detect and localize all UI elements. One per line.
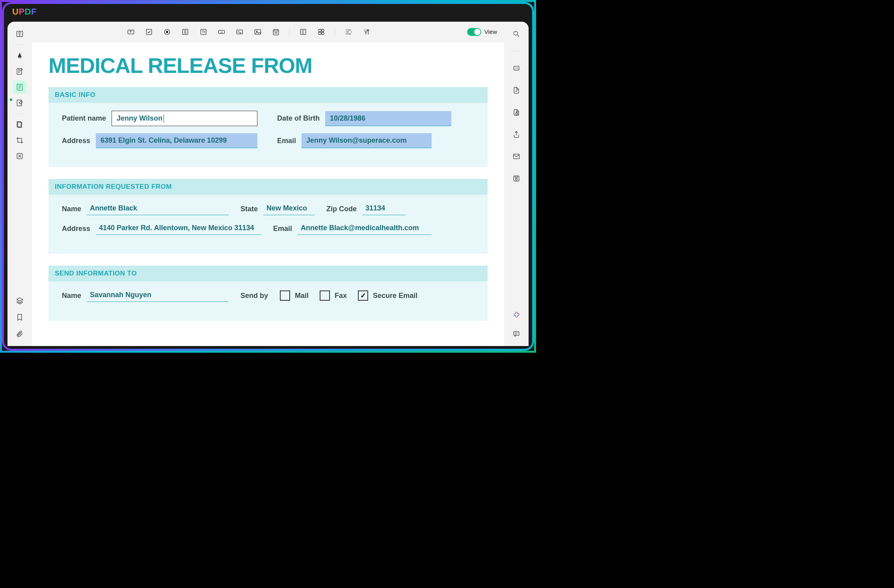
section-basic-info: BASIC INFO Patient name Jenny Wilson Dat… — [48, 87, 488, 167]
titlebar: UPDF — [2, 2, 534, 22]
toggle-switch[interactable] — [467, 28, 481, 36]
main-area: OK View MEDICAL RELEASE FROM — [32, 22, 504, 346]
left-rail — [7, 22, 32, 346]
annotate-button[interactable] — [13, 49, 26, 62]
section-header: BASIC INFO — [48, 87, 488, 103]
inner-frame: OK View MEDICAL RELEASE FROM — [7, 22, 529, 346]
svg-point-34 — [516, 178, 518, 180]
section-send-to: SEND INFORMATION TO Name Savannah Nguyen… — [48, 266, 488, 321]
layers-button[interactable] — [13, 294, 26, 307]
image-field-tool[interactable] — [253, 27, 263, 37]
app-logo: UPDF — [12, 7, 37, 17]
form-properties-tool[interactable] — [298, 27, 308, 37]
save-button[interactable] — [510, 172, 523, 185]
req-name-label: Name — [62, 205, 81, 213]
svg-rect-31 — [516, 113, 518, 115]
comment-button[interactable] — [510, 327, 523, 341]
reader-mode-button[interactable] — [13, 27, 26, 41]
svg-rect-23 — [318, 29, 321, 32]
signature-tool[interactable] — [235, 27, 244, 37]
svg-rect-18 — [273, 30, 278, 35]
req-email-label: Email — [273, 225, 292, 233]
svg-point-28 — [514, 31, 518, 35]
document-title: MEDICAL RELEASE FROM — [48, 53, 488, 78]
align-tool[interactable] — [344, 27, 353, 37]
req-email-field[interactable]: Annette Black@medicalhealth.com — [298, 222, 432, 235]
svg-rect-8 — [146, 29, 151, 34]
redact-button[interactable] — [13, 149, 26, 163]
form-mode-button[interactable] — [13, 80, 26, 94]
crop-button[interactable] — [13, 134, 26, 147]
svg-rect-25 — [318, 32, 321, 34]
bookmark-button[interactable] — [13, 311, 26, 324]
svg-text:OCR: OCR — [514, 67, 518, 69]
edit-pdf-button[interactable] — [13, 65, 26, 78]
form-grid-tool[interactable] — [317, 27, 326, 37]
address-label: Address — [62, 137, 90, 145]
svg-point-21 — [277, 32, 277, 33]
separator — [512, 51, 520, 51]
patient-name-input[interactable]: Jenny Wilson — [112, 111, 257, 126]
req-state-field[interactable]: New Mexico — [263, 203, 315, 215]
send-name-field[interactable]: Savannah Nguyen — [87, 289, 229, 302]
email-button[interactable] — [510, 150, 523, 163]
date-tool[interactable] — [271, 27, 281, 37]
svg-rect-35 — [514, 331, 519, 335]
right-rail: OCR — [504, 22, 529, 346]
req-address-label: Address — [62, 225, 90, 233]
dropdown-tool[interactable] — [199, 27, 208, 37]
mail-checkbox[interactable] — [280, 290, 290, 301]
convert-button[interactable] — [510, 84, 523, 97]
tools-button[interactable] — [362, 27, 371, 37]
view-label: View — [484, 28, 497, 35]
svg-rect-7 — [128, 30, 134, 34]
mail-label: Mail — [295, 292, 309, 300]
svg-point-19 — [275, 32, 275, 33]
form-toolbar: OK View — [32, 22, 504, 42]
organize-pages-button[interactable] — [13, 118, 26, 131]
svg-point-10 — [166, 31, 168, 33]
req-name-field[interactable]: Annette Black — [87, 203, 229, 215]
checkbox-tool[interactable] — [144, 27, 154, 37]
fax-checkbox[interactable] — [320, 290, 330, 301]
share-button[interactable] — [510, 128, 523, 141]
patient-name-label: Patient name — [62, 114, 106, 123]
attachment-button[interactable] — [13, 327, 26, 341]
separator — [289, 28, 290, 36]
section-requested-from: INFORMATION REQUESTED FROM Name Annette … — [48, 179, 488, 254]
address-field[interactable]: 6391 Elgin St. Celina, Delaware 10299 — [96, 133, 257, 148]
dob-label: Date of Birth — [277, 114, 320, 123]
search-button[interactable] — [510, 27, 523, 41]
svg-text:OK: OK — [220, 31, 223, 33]
button-tool[interactable]: OK — [217, 27, 226, 37]
svg-rect-15 — [237, 30, 242, 34]
send-name-label: Name — [62, 292, 81, 300]
svg-point-27 — [367, 30, 369, 31]
email-label: Email — [277, 137, 296, 145]
secure-label: Secure Email — [373, 292, 417, 300]
section-header: SEND INFORMATION TO — [48, 266, 488, 281]
dob-field[interactable]: 10/28/1986 — [325, 111, 451, 126]
radio-tool[interactable] — [162, 27, 172, 37]
separator — [335, 28, 335, 36]
sendby-label: Send by — [240, 292, 268, 300]
ocr-button[interactable]: OCR — [510, 61, 523, 75]
listbox-tool[interactable] — [181, 27, 190, 37]
req-address-field[interactable]: 4140 Parker Rd. Allentown, New Mexico 31… — [96, 222, 261, 235]
req-zip-field[interactable]: 31134 — [362, 203, 406, 215]
active-indicator — [10, 99, 12, 101]
updf-ai-icon[interactable] — [512, 311, 521, 320]
sendby-options: Mail Fax ✓ Secure Email — [280, 290, 417, 301]
view-toggle[interactable]: View — [467, 28, 497, 36]
secure-email-checkbox[interactable]: ✓ — [358, 290, 368, 301]
section-header: INFORMATION REQUESTED FROM — [48, 179, 488, 195]
req-zip-label: Zip Code — [326, 205, 357, 213]
protect-button[interactable] — [510, 106, 523, 119]
email-field[interactable]: Jenny Wilson@superace.com — [302, 133, 432, 148]
fill-sign-button[interactable] — [13, 96, 26, 110]
svg-rect-26 — [322, 32, 324, 34]
svg-point-20 — [276, 32, 276, 33]
document-area[interactable]: MEDICAL RELEASE FROM BASIC INFO Patient … — [32, 42, 504, 346]
text-field-tool[interactable] — [126, 27, 136, 37]
svg-rect-32 — [514, 154, 520, 159]
